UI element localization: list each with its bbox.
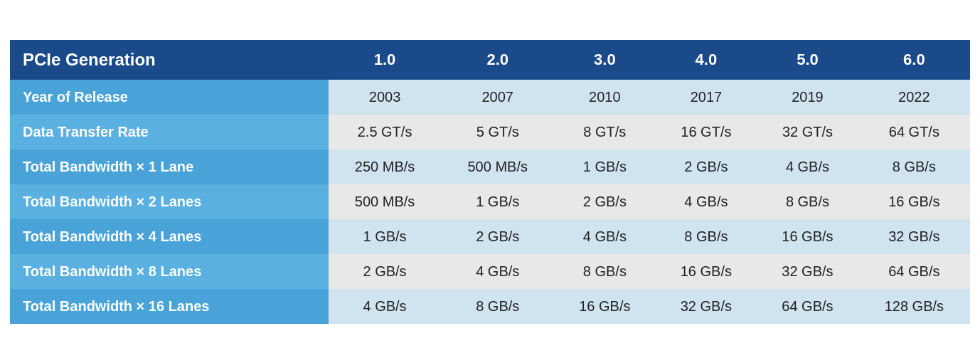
row-cell: 64 GB/s: [858, 254, 970, 289]
table-row: Total Bandwidth × 16 Lanes4 GB/s8 GB/s16…: [10, 289, 970, 324]
row-cell: 16 GT/s: [656, 115, 757, 149]
row-cell: 16 GB/s: [858, 184, 970, 219]
table-row: Total Bandwidth × 2 Lanes500 MB/s1 GB/s2…: [10, 184, 970, 219]
table-row: Year of Release200320072010201720192022: [10, 80, 970, 115]
row-cell: 8 GB/s: [656, 219, 757, 254]
row-label: Data Transfer Rate: [10, 115, 329, 149]
row-cell: 2 GB/s: [656, 149, 757, 184]
row-label: Total Bandwidth × 8 Lanes: [10, 254, 329, 289]
header-col-label: PCIe Generation: [10, 40, 329, 80]
row-cell: 32 GB/s: [656, 289, 757, 324]
table-row: Total Bandwidth × 8 Lanes2 GB/s4 GB/s8 G…: [10, 254, 970, 289]
table-row: Total Bandwidth × 4 Lanes1 GB/s2 GB/s4 G…: [10, 219, 970, 254]
row-label: Total Bandwidth × 1 Lane: [10, 149, 329, 184]
row-cell: 2 GB/s: [441, 219, 554, 254]
row-cell: 2010: [554, 80, 656, 115]
row-cell: 2003: [329, 80, 442, 115]
row-cell: 2 GB/s: [329, 254, 442, 289]
row-cell: 500 MB/s: [329, 184, 442, 219]
table-header-row: PCIe Generation 1.0 2.0 3.0 4.0 5.0 6.0: [10, 40, 970, 80]
header-col-4: 4.0: [656, 40, 757, 80]
pcie-comparison-table: PCIe Generation 1.0 2.0 3.0 4.0 5.0 6.0 …: [10, 40, 970, 324]
row-cell: 2007: [441, 80, 554, 115]
table-row: Total Bandwidth × 1 Lane250 MB/s500 MB/s…: [10, 149, 970, 184]
row-cell: 8 GB/s: [554, 254, 656, 289]
row-cell: 128 GB/s: [858, 289, 970, 324]
row-cell: 2 GB/s: [554, 184, 656, 219]
row-cell: 64 GB/s: [757, 289, 858, 324]
row-cell: 4 GB/s: [656, 184, 757, 219]
row-cell: 64 GT/s: [858, 115, 970, 149]
row-cell: 32 GB/s: [858, 219, 970, 254]
row-cell: 8 GB/s: [757, 184, 858, 219]
row-cell: 2022: [858, 80, 970, 115]
row-cell: 32 GT/s: [757, 115, 858, 149]
row-cell: 5 GT/s: [441, 115, 554, 149]
row-cell: 16 GB/s: [554, 289, 656, 324]
row-cell: 8 GT/s: [554, 115, 656, 149]
row-cell: 32 GB/s: [757, 254, 858, 289]
row-cell: 16 GB/s: [656, 254, 757, 289]
header-col-5: 5.0: [757, 40, 858, 80]
row-cell: 1 GB/s: [329, 219, 442, 254]
header-col-6: 6.0: [858, 40, 970, 80]
row-cell: 8 GB/s: [441, 289, 554, 324]
row-label: Total Bandwidth × 2 Lanes: [10, 184, 329, 219]
row-cell: 4 GB/s: [757, 149, 858, 184]
row-label: Year of Release: [10, 80, 329, 115]
row-cell: 500 MB/s: [441, 149, 554, 184]
row-cell: 1 GB/s: [441, 184, 554, 219]
row-cell: 250 MB/s: [329, 149, 442, 184]
row-cell: 16 GB/s: [757, 219, 858, 254]
row-label: Total Bandwidth × 16 Lanes: [10, 289, 329, 324]
header-col-3: 3.0: [554, 40, 656, 80]
row-cell: 8 GB/s: [858, 149, 970, 184]
row-cell: 1 GB/s: [554, 149, 656, 184]
row-cell: 4 GB/s: [329, 289, 442, 324]
header-col-2: 2.0: [441, 40, 554, 80]
row-label: Total Bandwidth × 4 Lanes: [10, 219, 329, 254]
table-row: Data Transfer Rate2.5 GT/s5 GT/s8 GT/s16…: [10, 115, 970, 149]
row-cell: 2017: [656, 80, 757, 115]
pcie-table-container: PCIe Generation 1.0 2.0 3.0 4.0 5.0 6.0 …: [10, 40, 970, 324]
row-cell: 2019: [757, 80, 858, 115]
header-col-1: 1.0: [329, 40, 442, 80]
row-cell: 4 GB/s: [554, 219, 656, 254]
row-cell: 2.5 GT/s: [329, 115, 442, 149]
row-cell: 4 GB/s: [441, 254, 554, 289]
